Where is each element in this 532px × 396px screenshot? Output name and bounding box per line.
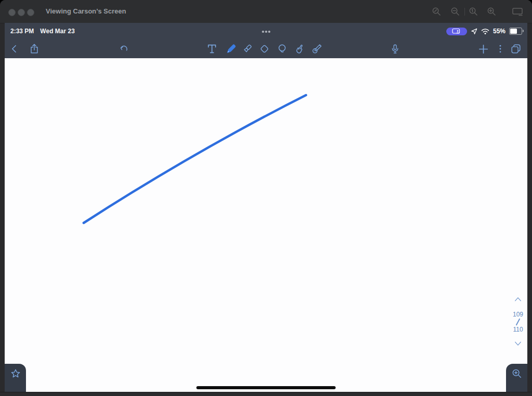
wifi-icon [481, 28, 489, 35]
pencil-icon [225, 43, 237, 55]
minimize-button[interactable] [18, 9, 25, 16]
ipad-status-bar: 2:33 PM Wed Mar 23 55% [5, 23, 527, 39]
star-icon [10, 368, 21, 379]
window-title: Viewing Carson’s Screen [46, 0, 126, 23]
note-canvas[interactable] [5, 58, 527, 392]
ink-stroke [5, 58, 527, 392]
pages-overview-button[interactable] [509, 42, 523, 56]
back-icon [9, 44, 20, 54]
tool-hand[interactable] [293, 42, 307, 56]
tool-highlighter[interactable] [241, 42, 254, 56]
eraser-icon [259, 43, 270, 55]
chevron-up-icon [514, 296, 522, 302]
add-icon [477, 43, 489, 55]
zoom-window-button[interactable] [27, 9, 34, 16]
tool-eraser[interactable] [258, 42, 271, 56]
multitask-indicator-icon[interactable] [262, 31, 270, 33]
screen-sharing-window: Viewing Carson’s Screen 2:33 PM Wed Mar … [0, 0, 532, 396]
clock: 2:33 PM [10, 28, 34, 35]
titlebar: Viewing Carson’s Screen [0, 0, 532, 23]
tool-pointer[interactable] [310, 42, 324, 56]
chevron-down-icon [514, 341, 522, 347]
favorites-button[interactable] [5, 364, 26, 392]
date: Wed Mar 23 [40, 28, 74, 35]
close-button[interactable] [8, 9, 16, 16]
more-vertical-icon [495, 44, 506, 54]
previous-page-button[interactable] [513, 296, 523, 302]
total-pages-number: 110 [509, 326, 527, 333]
zoom-out-icon[interactable] [450, 7, 460, 16]
more-options-button[interactable] [494, 42, 507, 56]
pages-icon [510, 43, 522, 55]
zoom-in-icon[interactable] [487, 7, 496, 16]
battery-percentage: 55% [493, 28, 506, 35]
app-toolbar [5, 39, 527, 58]
screen-sharing-icon [452, 28, 461, 34]
magnifier-plus-icon [511, 368, 523, 379]
tool-text[interactable] [205, 42, 219, 56]
laser-pen-icon [311, 43, 323, 55]
zoom-tool-button[interactable] [506, 364, 527, 392]
home-indicator[interactable] [196, 386, 336, 389]
undo-button[interactable] [117, 42, 130, 56]
microphone-icon [390, 44, 401, 55]
zoom-actual-size-icon[interactable] [469, 7, 478, 16]
displays-icon[interactable] [512, 7, 523, 16]
next-page-button[interactable] [513, 341, 523, 347]
tool-lasso[interactable] [275, 42, 289, 56]
highlighter-icon [242, 43, 253, 55]
toolbar-divider [464, 8, 465, 16]
current-page-number: 109 [509, 311, 527, 318]
share-button[interactable] [28, 42, 41, 56]
share-icon [29, 43, 40, 55]
window-bottom-edge [0, 392, 532, 396]
record-audio-button[interactable] [388, 42, 402, 56]
lasso-icon [276, 43, 288, 55]
location-icon [471, 28, 477, 35]
blue-stroke [84, 95, 306, 223]
zoom-reset-icon[interactable] [432, 7, 441, 16]
back-button[interactable] [8, 42, 21, 56]
screen-sharing-indicator[interactable] [446, 28, 467, 35]
undo-icon [118, 44, 129, 55]
pointing-hand-icon [294, 43, 305, 55]
add-page-button[interactable] [476, 42, 490, 56]
tool-pen[interactable] [224, 42, 237, 56]
battery-icon [509, 28, 522, 35]
text-tool-icon [206, 43, 218, 55]
